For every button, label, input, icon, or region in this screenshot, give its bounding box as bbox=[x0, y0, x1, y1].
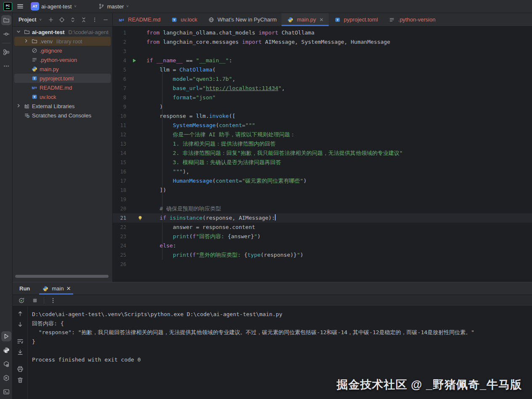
expand-all-button[interactable] bbox=[69, 16, 77, 24]
python-console-button[interactable] bbox=[1, 345, 11, 355]
up-stacktrace-icon[interactable] bbox=[16, 310, 24, 317]
terminal-toolwindow-button[interactable] bbox=[1, 387, 11, 397]
line-number[interactable]: 6 bbox=[113, 74, 128, 84]
code-line-14[interactable]: 14 2. 非法律范围问题：回复"抱歉，我只能回答法律相关的问题，无法提供其他领… bbox=[113, 149, 532, 158]
stop-button[interactable] bbox=[30, 296, 40, 305]
code-line-2[interactable]: 2from langchain_core.messages import AIM… bbox=[113, 37, 532, 47]
console-output[interactable]: D:\code\ai-agent-test\.venv\Scripts\pyth… bbox=[28, 306, 532, 399]
code-line-3[interactable]: 3 bbox=[113, 47, 532, 56]
editor-tab-readme.md[interactable]: MREADME.md bbox=[113, 13, 165, 26]
tree-item-uv.lock[interactable]: Tuv.lock bbox=[14, 92, 111, 101]
services-toolwindow-button[interactable] bbox=[1, 373, 11, 383]
line-number[interactable]: 22 bbox=[113, 223, 128, 232]
tree-item-scratches-and-consoles[interactable]: Scratches and Consoles bbox=[14, 111, 111, 120]
tree-item-.venv[interactable]: .venvlibrary root bbox=[14, 37, 111, 46]
scroll-to-end-icon[interactable] bbox=[16, 348, 24, 356]
code-line-1[interactable]: 1from langchain_ollama.chat_models impor… bbox=[113, 28, 532, 37]
code-editor[interactable]: 1from langchain_ollama.chat_models impor… bbox=[113, 27, 532, 282]
down-stacktrace-icon[interactable] bbox=[16, 321, 24, 328]
editor-tab-pyproject.toml[interactable]: Tpyproject.toml bbox=[329, 13, 383, 26]
code-line-5[interactable]: 5 llm = ChatOllama( bbox=[113, 65, 532, 74]
code-line-4[interactable]: 4if __name__ == "__main__": bbox=[113, 56, 532, 65]
code-line-8[interactable]: 8 format="json" bbox=[113, 93, 532, 102]
tree-item-.python-version[interactable]: .python-version bbox=[14, 55, 111, 64]
tree-item-pyproject.toml[interactable]: Tpyproject.toml bbox=[14, 74, 111, 83]
line-number[interactable]: 13 bbox=[113, 139, 128, 149]
tree-item-external-libraries[interactable]: External Libraries bbox=[14, 101, 111, 111]
line-number[interactable]: 12 bbox=[113, 130, 128, 139]
code-line-23[interactable]: 23 print(f"回答内容: {answer}") bbox=[113, 232, 532, 241]
line-number[interactable]: 18 bbox=[113, 186, 128, 195]
code-line-18[interactable]: 18 ]) bbox=[113, 186, 532, 195]
line-number[interactable]: 20 bbox=[113, 204, 128, 213]
chevron-right-icon[interactable] bbox=[15, 102, 22, 110]
run-line-icon[interactable] bbox=[130, 57, 138, 64]
line-number[interactable]: 10 bbox=[113, 112, 128, 121]
line-number[interactable]: 23 bbox=[113, 232, 128, 241]
line-number[interactable]: 14 bbox=[113, 149, 128, 158]
editor-tab-.python-version[interactable]: .python-version bbox=[383, 13, 441, 26]
code-line-12[interactable]: 12 你是一个法律 AI 助手，请按以下规则处理问题： bbox=[113, 130, 532, 139]
line-number[interactable]: 9 bbox=[113, 102, 128, 112]
line-number[interactable]: 11 bbox=[113, 121, 128, 130]
line-number[interactable]: 24 bbox=[113, 241, 128, 250]
run-tab-main[interactable]: main ✕ bbox=[39, 282, 73, 295]
clear-console-icon[interactable] bbox=[16, 376, 24, 384]
line-number[interactable]: 25 bbox=[113, 250, 128, 260]
editor-tab-uv.lock[interactable]: Tuv.lock bbox=[165, 13, 202, 26]
editor-tab-what-s-new-in-pycharm[interactable]: What's New in PyCharm bbox=[202, 13, 282, 26]
project-toolwindow-button[interactable] bbox=[1, 15, 11, 25]
line-number[interactable]: 2 bbox=[113, 37, 128, 47]
code-line-9[interactable]: 9 ) bbox=[113, 102, 532, 112]
print-icon[interactable] bbox=[16, 365, 24, 373]
code-line-19[interactable]: 19 bbox=[113, 195, 532, 204]
soft-wrap-icon[interactable] bbox=[16, 338, 24, 345]
code-line-6[interactable]: 6 model="qwen3:1.7b", bbox=[113, 74, 532, 84]
code-line-25[interactable]: 25 print(f"意外的响应类型: {type(response)}") bbox=[113, 250, 532, 260]
options-menu-button[interactable] bbox=[90, 16, 99, 24]
code-line-22[interactable]: 22 answer = response.content bbox=[113, 223, 532, 232]
code-line-13[interactable]: 13 1. 法律相关问题：提供法律范围内的回答 bbox=[113, 139, 532, 149]
structure-toolwindow-button[interactable] bbox=[1, 47, 11, 57]
run-toolwindow-button[interactable] bbox=[1, 331, 11, 341]
line-number[interactable]: 4 bbox=[113, 56, 128, 65]
line-number[interactable]: 3 bbox=[113, 47, 128, 56]
main-menu-icon[interactable] bbox=[16, 3, 24, 10]
tree-item-main.py[interactable]: main.py bbox=[14, 64, 111, 74]
add-button[interactable] bbox=[47, 16, 55, 24]
locate-file-button[interactable] bbox=[58, 16, 66, 24]
close-icon[interactable]: ✕ bbox=[66, 285, 71, 292]
line-number[interactable]: 15 bbox=[113, 158, 128, 167]
horizontal-scrollbar[interactable] bbox=[15, 275, 109, 278]
chevron-down-icon[interactable] bbox=[15, 28, 22, 36]
intention-bulb-icon[interactable] bbox=[136, 214, 144, 222]
line-number[interactable]: 16 bbox=[113, 167, 128, 176]
code-line-16[interactable]: 16 """), bbox=[113, 167, 532, 176]
editor-tab-main.py[interactable]: main.py✕ bbox=[282, 13, 329, 26]
tree-item-readme.md[interactable]: MREADME.md bbox=[14, 83, 111, 92]
hide-panel-button[interactable] bbox=[101, 16, 110, 24]
line-number[interactable]: 19 bbox=[113, 195, 128, 204]
line-number[interactable]: 7 bbox=[113, 84, 128, 93]
line-number[interactable]: 26 bbox=[113, 260, 128, 269]
line-number[interactable]: 5 bbox=[113, 65, 128, 74]
close-tab-icon[interactable]: ✕ bbox=[319, 17, 324, 23]
tree-item-ai-agent-test[interactable]: ai-agent-testD:\code\ai-agent-te bbox=[14, 27, 111, 37]
project-selector[interactable]: AT ai-agent-test ˅ bbox=[28, 1, 79, 12]
code-line-7[interactable]: 7 base_url="http://localhost:11434", bbox=[113, 84, 532, 93]
line-number[interactable]: 8 bbox=[113, 93, 128, 102]
line-number[interactable]: 17 bbox=[113, 176, 128, 186]
python-packages-button[interactable] bbox=[1, 359, 11, 369]
line-number[interactable]: 21 bbox=[113, 213, 128, 223]
code-line-24[interactable]: 24 else: bbox=[113, 241, 532, 250]
code-line-26[interactable]: 26 bbox=[113, 260, 532, 269]
line-number[interactable]: 1 bbox=[113, 28, 128, 37]
code-line-21[interactable]: 21 if isinstance(response, AIMessage): bbox=[113, 213, 532, 223]
rerun-button[interactable] bbox=[17, 296, 26, 305]
code-line-15[interactable]: 15 3. 模糊问题：先确认是否为法律问题再回答 bbox=[113, 158, 532, 167]
more-toolwindows-button[interactable] bbox=[1, 61, 11, 71]
chevron-right-icon[interactable] bbox=[23, 37, 29, 45]
code-line-20[interactable]: 20 # 确保是预期的响应类型 bbox=[113, 204, 532, 213]
vcs-branch-selector[interactable]: master ˅ bbox=[95, 1, 131, 11]
console-options-button[interactable] bbox=[48, 296, 58, 305]
